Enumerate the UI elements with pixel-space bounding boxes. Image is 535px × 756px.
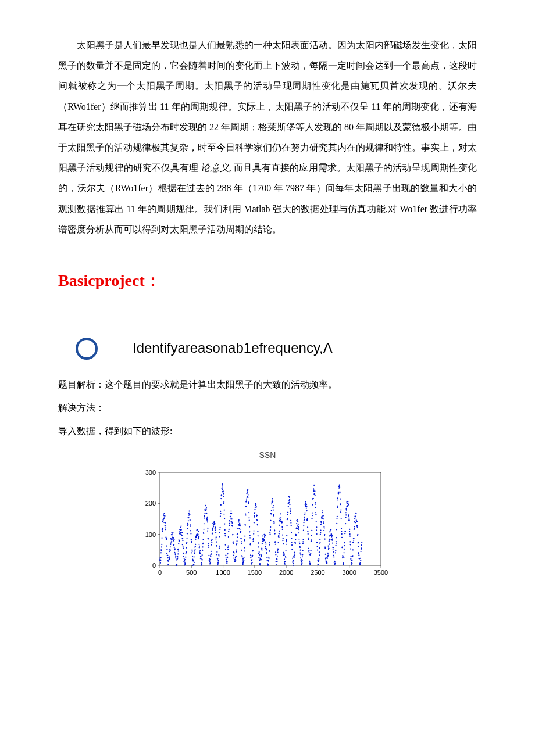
svg-point-1062 [356, 519, 357, 521]
svg-point-208 [194, 550, 195, 551]
svg-point-608 [270, 529, 271, 531]
svg-point-790 [304, 514, 305, 515]
svg-point-744 [295, 534, 297, 535]
svg-point-167 [186, 542, 187, 543]
svg-point-853 [316, 533, 318, 535]
svg-point-372 [225, 549, 226, 550]
svg-point-48 [163, 513, 165, 514]
svg-point-57 [165, 537, 166, 538]
svg-point-1049 [353, 538, 354, 539]
chart-svg: 0100200300 0500100015002000250030003500 [134, 467, 401, 583]
svg-point-413 [233, 543, 234, 544]
svg-point-1001 [344, 542, 345, 543]
svg-point-843 [314, 490, 315, 492]
svg-point-128 [179, 540, 180, 541]
svg-point-225 [197, 535, 198, 536]
svg-point-733 [294, 557, 295, 558]
svg-point-410 [232, 534, 233, 535]
svg-point-469 [244, 557, 245, 558]
svg-point-560 [261, 559, 262, 560]
svg-point-138 [181, 529, 182, 531]
svg-point-699 [287, 518, 288, 519]
svg-point-295 [211, 551, 212, 552]
svg-point-206 [194, 562, 195, 563]
svg-point-820 [310, 554, 311, 556]
svg-point-123 [178, 549, 179, 550]
svg-point-1018 [347, 501, 348, 502]
svg-point-1033 [350, 558, 351, 560]
svg-point-91 [172, 534, 173, 535]
svg-point-519 [253, 538, 254, 539]
svg-point-395 [229, 521, 230, 522]
svg-point-715 [290, 513, 291, 514]
svg-point-66 [167, 555, 168, 556]
svg-point-267 [205, 505, 206, 506]
svg-point-1022 [348, 515, 349, 517]
svg-point-470 [244, 550, 245, 551]
svg-point-760 [298, 539, 299, 540]
svg-point-643 [276, 558, 277, 560]
svg-point-211 [194, 549, 195, 550]
svg-point-954 [335, 545, 336, 546]
svg-point-997 [343, 552, 344, 553]
svg-point-415 [233, 554, 234, 556]
svg-point-308 [213, 526, 214, 527]
svg-point-251 [202, 546, 204, 547]
svg-point-939 [333, 549, 334, 550]
svg-point-248 [202, 554, 203, 556]
problem-analysis: 题目解析：这个题目的要求就是计算出太阳黑子的大致的活动频率。 [58, 375, 477, 394]
svg-point-480 [245, 501, 247, 503]
svg-point-273 [206, 518, 208, 519]
svg-point-500 [249, 535, 251, 536]
svg-point-714 [290, 511, 291, 512]
svg-point-85 [170, 539, 172, 540]
svg-point-59 [166, 538, 167, 539]
svg-point-1083 [360, 562, 361, 563]
svg-point-318 [215, 527, 216, 528]
svg-point-1073 [358, 542, 359, 543]
svg-point-703 [288, 506, 289, 507]
svg-point-850 [316, 521, 317, 522]
svg-point-598 [268, 560, 269, 561]
svg-point-101 [174, 547, 175, 548]
svg-point-774 [301, 559, 302, 560]
svg-point-133 [180, 526, 181, 528]
svg-point-609 [270, 526, 271, 528]
svg-point-767 [300, 550, 301, 551]
svg-point-226 [197, 534, 198, 535]
svg-point-973 [339, 485, 340, 486]
svg-point-650 [277, 542, 279, 543]
svg-point-474 [244, 536, 245, 537]
svg-point-962 [337, 507, 338, 508]
svg-point-524 [254, 515, 255, 517]
svg-point-520 [253, 533, 254, 535]
svg-point-1027 [349, 529, 350, 530]
svg-point-566 [262, 541, 263, 542]
svg-point-348 [220, 498, 222, 499]
svg-point-867 [319, 554, 320, 556]
svg-point-1084 [360, 558, 361, 559]
svg-point-33 [161, 550, 162, 551]
svg-point-478 [245, 514, 246, 515]
svg-point-231 [198, 536, 199, 538]
svg-point-1068 [357, 526, 358, 528]
svg-point-899 [325, 554, 326, 555]
svg-point-197 [192, 556, 193, 557]
svg-point-63 [166, 549, 167, 550]
svg-point-299 [211, 542, 212, 543]
svg-point-427 [236, 556, 237, 557]
svg-point-62 [166, 553, 167, 554]
svg-point-34 [161, 546, 162, 547]
svg-point-716 [290, 520, 291, 521]
svg-point-1004 [345, 531, 346, 532]
svg-point-852 [316, 526, 317, 528]
svg-point-278 [207, 528, 208, 529]
svg-point-383 [227, 553, 229, 554]
svg-point-965 [337, 500, 338, 501]
svg-point-911 [327, 556, 328, 557]
svg-point-212 [195, 546, 196, 547]
svg-point-942 [333, 555, 334, 556]
svg-point-49 [164, 517, 165, 518]
svg-point-288 [209, 560, 211, 561]
svg-point-173 [187, 524, 188, 525]
